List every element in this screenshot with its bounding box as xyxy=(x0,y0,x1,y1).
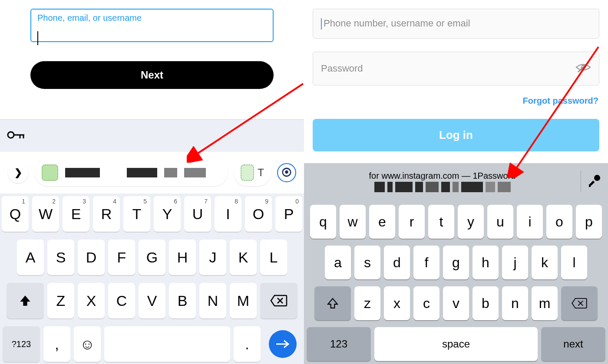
key-s[interactable]: s xyxy=(354,246,380,279)
numbers-key[interactable]: ?123 xyxy=(3,326,40,362)
key-l[interactable]: L xyxy=(260,239,287,275)
key-b[interactable]: b xyxy=(473,286,499,320)
twitter-login-form: Phone, email, or username Next xyxy=(0,0,304,89)
password-input[interactable]: Password xyxy=(313,52,599,85)
key-r[interactable]: r xyxy=(399,205,425,239)
key-v[interactable]: v xyxy=(443,286,469,320)
enter-key[interactable] xyxy=(264,326,301,362)
backspace-icon xyxy=(270,295,287,307)
username-placeholder: Phone number, username or email xyxy=(324,18,470,29)
key-row-3: zxcvbnm xyxy=(307,286,605,320)
redacted-text xyxy=(164,168,177,177)
svg-line-9 xyxy=(578,62,588,72)
key-c[interactable]: c xyxy=(413,286,439,320)
password-key-icon[interactable] xyxy=(587,173,602,190)
key-x[interactable]: X xyxy=(78,283,105,318)
login-button[interactable]: Log in xyxy=(313,119,599,151)
username-input[interactable]: Phone number, username or email xyxy=(313,9,599,39)
key-d[interactable]: D xyxy=(78,239,105,275)
pixelated-favicon xyxy=(241,164,254,181)
right-pane: Phone number, username or email Password… xyxy=(304,0,608,364)
key-g[interactable]: G xyxy=(139,239,165,275)
key-h[interactable]: h xyxy=(473,246,499,279)
autofill-suggestion-secondary[interactable]: T xyxy=(234,159,271,186)
key-v[interactable]: V xyxy=(139,283,165,318)
key-l[interactable]: l xyxy=(561,246,587,279)
key-d[interactable]: d xyxy=(384,246,410,279)
key-z[interactable]: z xyxy=(354,286,380,320)
key-n[interactable]: n xyxy=(502,286,528,320)
left-pane: Phone, email, or username Next ❯ xyxy=(0,0,304,364)
chevron-right-icon: ❯ xyxy=(14,167,22,178)
ios-autofill-bar: for www.instagram.com — 1Password xyxy=(304,163,608,200)
space-key[interactable]: space xyxy=(374,327,538,361)
autofill-source-label: for www.instagram.com — 1Password xyxy=(310,171,575,181)
key-m[interactable]: m xyxy=(532,286,558,320)
show-password-icon[interactable] xyxy=(575,61,591,76)
pixelated-favicon xyxy=(42,164,58,181)
comma-key[interactable]: , xyxy=(43,326,70,362)
next-button[interactable]: Next xyxy=(30,61,274,89)
key-i[interactable]: i xyxy=(517,205,543,239)
username-input[interactable]: Phone, email, or username xyxy=(30,9,274,42)
backspace-key[interactable] xyxy=(260,283,297,318)
arrow-right-icon xyxy=(275,339,290,349)
key-f[interactable]: F xyxy=(108,239,135,275)
key-b[interactable]: B xyxy=(169,283,196,318)
key-x[interactable]: x xyxy=(384,286,410,320)
password-key-icon[interactable] xyxy=(7,129,26,142)
key-h[interactable]: H xyxy=(169,239,196,275)
svg-point-10 xyxy=(594,175,600,181)
key-i[interactable]: I8 xyxy=(215,196,241,232)
autofill-suggestion[interactable]: for www.instagram.com — 1Password xyxy=(310,171,575,192)
key-u[interactable]: u xyxy=(487,205,513,239)
key-s[interactable]: S xyxy=(47,239,74,275)
shift-key[interactable] xyxy=(314,286,351,320)
key-row-3: ZXCVBNM xyxy=(3,283,301,318)
key-a[interactable]: a xyxy=(325,246,351,279)
key-n[interactable]: N xyxy=(199,283,226,318)
key-k[interactable]: K xyxy=(230,239,257,275)
emoji-key[interactable]: ☺ xyxy=(74,326,101,362)
key-m[interactable]: M xyxy=(230,283,257,318)
key-j[interactable]: j xyxy=(502,246,528,279)
key-j[interactable]: J xyxy=(199,239,226,275)
key-q[interactable]: Q1 xyxy=(2,196,29,232)
key-u[interactable]: U7 xyxy=(184,196,211,232)
key-t[interactable]: T5 xyxy=(123,196,150,232)
numbers-key[interactable]: 123 xyxy=(307,327,371,361)
instagram-login-form: Phone number, username or email Password… xyxy=(304,0,608,151)
key-z[interactable]: Z xyxy=(47,283,74,318)
key-o[interactable]: O9 xyxy=(245,196,272,232)
key-c[interactable]: C xyxy=(108,283,135,318)
forgot-password-link[interactable]: Forgot password? xyxy=(313,85,599,106)
backspace-key[interactable] xyxy=(561,286,598,320)
autofill-suggestion-primary[interactable] xyxy=(35,159,228,186)
key-y[interactable]: Y6 xyxy=(154,196,181,232)
divider xyxy=(581,171,581,192)
key-e[interactable]: e xyxy=(369,205,395,239)
key-a[interactable]: A xyxy=(17,239,44,275)
key-q[interactable]: q xyxy=(310,205,336,239)
next-key[interactable]: next xyxy=(541,327,605,361)
username-label: Phone, email, or username xyxy=(37,13,267,23)
key-r[interactable]: R4 xyxy=(93,196,120,232)
key-g[interactable]: g xyxy=(443,246,469,279)
space-key[interactable] xyxy=(104,326,230,362)
key-o[interactable]: o xyxy=(546,205,572,239)
key-p[interactable]: P0 xyxy=(275,196,302,232)
text-cursor xyxy=(321,18,322,30)
expand-suggestions-button[interactable]: ❯ xyxy=(8,162,29,183)
onepassword-icon[interactable]: ⦿ xyxy=(277,163,296,182)
shift-key[interactable] xyxy=(7,283,44,318)
key-k[interactable]: k xyxy=(532,246,558,279)
key-f[interactable]: f xyxy=(413,246,439,279)
key-w[interactable]: w xyxy=(340,205,366,239)
key-y[interactable]: y xyxy=(458,205,484,239)
key-p[interactable]: p xyxy=(576,205,602,239)
shift-icon xyxy=(327,298,338,309)
key-e[interactable]: E3 xyxy=(63,196,89,232)
key-w[interactable]: W2 xyxy=(32,196,59,232)
period-key[interactable]: . xyxy=(234,326,261,362)
key-t[interactable]: t xyxy=(428,205,454,239)
